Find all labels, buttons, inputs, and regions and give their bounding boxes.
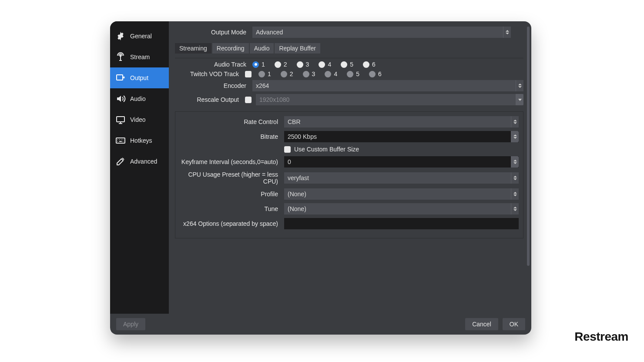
encoder-row: Encoder x264 [175, 80, 523, 91]
monitor-icon [115, 114, 126, 125]
bitrate-row: Bitrate 2500 Kbps [180, 131, 519, 142]
output-mode-label: Output Mode [175, 29, 252, 36]
sidebar-item-hotkeys[interactable]: Hotkeys [110, 130, 169, 151]
svg-rect-3 [117, 117, 124, 122]
svg-rect-4 [116, 138, 125, 143]
tab-replay-buffer[interactable]: Replay Buffer [275, 43, 320, 54]
rate-control-row: Rate Control CBR [180, 116, 519, 127]
twitch-vod-radio-1[interactable]: 1 [258, 70, 271, 77]
profile-value: (None) [288, 191, 306, 198]
restream-watermark: Restream [574, 330, 628, 344]
profile-row: Profile (None) [180, 188, 519, 200]
stepper-icon[interactable] [511, 131, 519, 142]
tab-audio[interactable]: Audio [250, 43, 274, 54]
twitch-vod-radio-2[interactable]: 2 [281, 70, 293, 77]
encoder-settings-panel: Rate Control CBR Bitrate 2500 Kbps [175, 111, 523, 238]
sidebar-label: Audio [130, 95, 146, 102]
tune-label: Tune [180, 205, 284, 212]
rescale-label: Rescale Output [175, 96, 245, 103]
cpu-preset-row: CPU Usage Preset (higher = less CPU) ver… [180, 171, 519, 185]
audio-track-row: Audio Track 1 2 3 4 5 6 [175, 61, 523, 68]
sidebar-label: Advanced [130, 158, 157, 165]
dialog-footer: Apply Cancel OK [110, 314, 531, 335]
audio-track-group: 1 2 3 4 5 6 [252, 61, 523, 68]
audio-track-radio-2[interactable]: 2 [275, 61, 287, 68]
bitrate-label: Bitrate [180, 133, 284, 140]
broadcast-icon [115, 52, 126, 62]
stepper-icon[interactable] [511, 156, 519, 168]
rate-control-select[interactable]: CBR [284, 116, 519, 127]
sidebar-label: Stream [130, 54, 150, 60]
audio-track-radio-1[interactable]: 1 [252, 61, 265, 68]
svg-rect-2 [117, 75, 123, 80]
rate-control-value: CBR [288, 118, 301, 125]
cpu-preset-value: veryfast [288, 174, 309, 181]
sidebar: General Stream Output Audio [110, 21, 169, 314]
sidebar-item-output[interactable]: Output [110, 67, 169, 88]
tune-select[interactable]: (None) [284, 203, 519, 215]
bitrate-input[interactable]: 2500 Kbps [284, 131, 519, 142]
output-mode-value: Advanced [256, 29, 283, 36]
sidebar-item-video[interactable]: Video [110, 109, 169, 130]
keyframe-label: Keyframe Interval (seconds,0=auto) [180, 158, 284, 165]
keyframe-value: 0 [288, 158, 291, 165]
sidebar-label: Video [130, 116, 146, 123]
scrollbar[interactable] [527, 27, 530, 266]
profile-label: Profile [180, 191, 284, 198]
bitrate-value: 2500 Kbps [288, 133, 317, 140]
cpu-preset-select[interactable]: veryfast [284, 172, 519, 184]
output-tabs: Streaming Recording Audio Replay Buffer [175, 43, 523, 54]
twitch-vod-group: 1 2 3 4 5 6 [258, 70, 523, 77]
output-mode-select[interactable]: Advanced [252, 27, 511, 38]
gear-icon [115, 31, 126, 41]
encoder-value: x264 [256, 82, 269, 89]
profile-select[interactable]: (None) [284, 188, 519, 200]
twitch-vod-radio-4[interactable]: 4 [325, 70, 337, 77]
rescale-value: 1920x1080 [259, 96, 289, 103]
tune-value: (None) [288, 205, 306, 212]
twitch-vod-radio-3[interactable]: 3 [303, 70, 315, 77]
settings-body: General Stream Output Audio [110, 21, 531, 314]
twitch-vod-radio-5[interactable]: 5 [347, 70, 359, 77]
settings-window: General Stream Output Audio [110, 21, 531, 335]
sidebar-label: Output [130, 74, 148, 81]
sidebar-item-audio[interactable]: Audio [110, 88, 169, 109]
tools-icon [115, 156, 126, 167]
keyframe-input[interactable]: 0 [284, 156, 519, 168]
sidebar-item-general[interactable]: General [110, 26, 169, 47]
custom-buffer-label: Use Custom Buffer Size [294, 146, 359, 153]
sidebar-label: Hotkeys [130, 137, 152, 144]
encoder-select[interactable]: x264 [252, 80, 523, 91]
tab-streaming[interactable]: Streaming [175, 43, 211, 54]
speaker-icon [115, 94, 126, 104]
chevron-down-icon [516, 94, 523, 105]
twitch-vod-radio-6[interactable]: 6 [369, 70, 382, 77]
apply-button[interactable]: Apply [116, 318, 145, 330]
output-mode-row: Output Mode Advanced [175, 27, 523, 38]
custom-buffer-row: Use Custom Buffer Size [180, 146, 519, 153]
tab-recording[interactable]: Recording [212, 43, 249, 54]
twitch-vod-checkbox[interactable] [245, 71, 252, 77]
output-settings-main: Output Mode Advanced Streaming Recording… [169, 21, 531, 314]
tune-row: Tune (None) [180, 203, 519, 215]
audio-track-radio-4[interactable]: 4 [319, 61, 331, 68]
custom-buffer-checkbox[interactable] [284, 146, 291, 153]
keyboard-icon [115, 135, 126, 146]
cancel-button[interactable]: Cancel [465, 318, 498, 330]
keyframe-row: Keyframe Interval (seconds,0=auto) 0 [180, 156, 519, 168]
sidebar-item-stream[interactable]: Stream [110, 47, 169, 67]
rescale-row: Rescale Output 1920x1080 [175, 94, 523, 105]
ok-button[interactable]: OK [503, 318, 525, 330]
rescale-select[interactable]: 1920x1080 [256, 94, 523, 105]
encoder-label: Encoder [175, 82, 252, 89]
twitch-vod-label: Twitch VOD Track [175, 70, 245, 77]
updown-icon [511, 203, 519, 215]
rate-control-label: Rate Control [180, 118, 284, 125]
audio-track-radio-5[interactable]: 5 [341, 61, 353, 68]
rescale-checkbox[interactable] [245, 97, 252, 103]
x264-opts-input[interactable] [284, 218, 519, 229]
audio-track-radio-6[interactable]: 6 [363, 61, 376, 68]
x264-opts-label: x264 Options (separated by space) [180, 220, 284, 227]
audio-track-radio-3[interactable]: 3 [297, 61, 309, 68]
sidebar-item-advanced[interactable]: Advanced [110, 151, 169, 172]
